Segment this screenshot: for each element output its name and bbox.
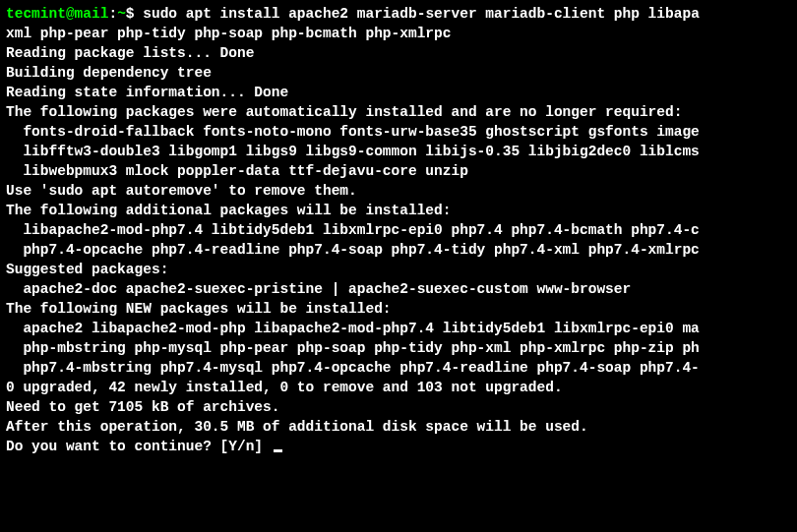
cursor-icon (274, 449, 282, 452)
prompt-continue[interactable]: Do you want to continue? [Y/n] (6, 439, 272, 454)
output-line: libfftw3-double3 libgomp1 libgs9 libgs9-… (6, 142, 791, 161)
output-line: apache2 libapache2-mod-php libapache2-mo… (6, 319, 791, 338)
output-line: Reading package lists... Done (6, 43, 791, 63)
output-line: Building dependency tree (6, 63, 791, 83)
prompt-separator: : (108, 6, 117, 22)
output-line: xml php-pear php-tidy php-soap php-bcmat… (6, 24, 791, 43)
output-line: Use 'sudo apt autoremove' to remove them… (6, 181, 791, 201)
command-text: sudo apt install apache2 mariadb-server … (143, 6, 700, 22)
prompt-path: ~ (117, 6, 126, 22)
output-line: php-mbstring php-mysql php-pear php-soap… (6, 338, 791, 358)
output-line: The following NEW packages will be insta… (6, 299, 791, 319)
output-line: The following additional packages will b… (6, 201, 791, 220)
prompt-symbol: $ (126, 6, 143, 22)
output-line: apache2-doc apache2-suexec-pristine | ap… (6, 279, 791, 299)
output-line: php7.4-opcache php7.4-readline php7.4-so… (6, 240, 791, 260)
output-line: libwebpmux3 mlock poppler-data ttf-dejav… (6, 161, 791, 181)
output-line: php7.4-mbstring php7.4-mysql php7.4-opca… (6, 358, 791, 378)
output-line: Suggested packages: (6, 260, 791, 279)
output-line: libapache2-mod-php7.4 libtidy5deb1 libxm… (6, 220, 791, 240)
output-line: fonts-droid-fallback fonts-noto-mono fon… (6, 122, 791, 142)
prompt-user-host: tecmint@mail (6, 6, 108, 22)
output-line: 0 upgraded, 42 newly installed, 0 to rem… (6, 378, 791, 397)
output-line: The following packages were automaticall… (6, 102, 791, 122)
output-line: Reading state information... Done (6, 83, 791, 102)
terminal-output[interactable]: tecmint@mail:~$ sudo apt install apache2… (6, 4, 791, 456)
output-line: Need to get 7105 kB of archives. (6, 397, 791, 417)
output-line: After this operation, 30.5 MB of additio… (6, 417, 791, 437)
